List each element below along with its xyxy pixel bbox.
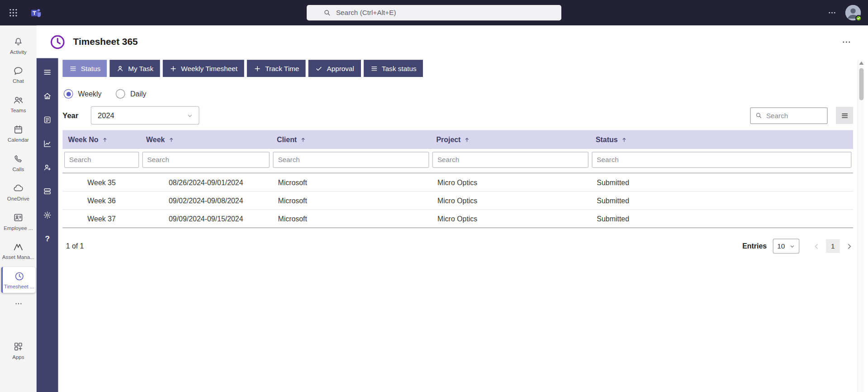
sort-asc-icon <box>300 137 306 143</box>
sidebar-item-calls[interactable]: Calls <box>1 149 35 175</box>
cell-week-no: Week 36 <box>62 196 141 205</box>
cell-status: Submitted <box>590 215 853 223</box>
sidebar-item-onedrive[interactable]: OneDrive <box>1 179 35 205</box>
radio-weekly[interactable]: Weekly <box>64 89 102 99</box>
home-icon[interactable] <box>39 86 56 105</box>
sidebar-item-chat[interactable]: Chat <box>1 62 35 87</box>
cell-week: 08/26/2024-09/01/2024 <box>141 178 271 186</box>
teams-topbar <box>0 0 868 25</box>
timesheet-table: Week No Week Client <box>62 130 853 228</box>
sidebar-item-label: Chat <box>13 78 24 84</box>
person-add-icon[interactable] <box>39 158 56 177</box>
topbar-actions <box>828 5 868 20</box>
sidebar-item-activity[interactable]: Activity <box>1 32 35 58</box>
tab-weekly-timesheet[interactable]: Weekly Timesheet <box>163 60 244 77</box>
filter-status-input[interactable] <box>592 152 851 167</box>
journal-icon[interactable] <box>39 110 56 129</box>
avatar[interactable] <box>845 5 861 20</box>
radio-label: Daily <box>130 90 146 98</box>
calendar-icon <box>13 124 24 134</box>
tab-approval[interactable]: Approval <box>308 60 360 77</box>
filter-project-input[interactable] <box>432 152 588 167</box>
tab-status[interactable]: Status <box>62 60 107 77</box>
sidebar-item-label: Apps <box>12 354 24 359</box>
cell-project: Micro Optics <box>431 215 590 223</box>
table-filter-row <box>62 149 853 173</box>
column-header-project[interactable]: Project <box>431 130 590 149</box>
clock-icon <box>14 271 24 282</box>
sidebar-item-asset-management[interactable]: Asset Mana... <box>1 238 35 263</box>
sidebar-item-teams[interactable]: Teams <box>1 91 35 117</box>
menu-icon[interactable] <box>39 62 56 81</box>
filter-week-input[interactable] <box>142 152 270 167</box>
app-launcher-icon[interactable] <box>0 0 27 25</box>
filter-week-no-input[interactable] <box>64 152 139 167</box>
topbar-more-icon[interactable] <box>828 8 837 17</box>
chart-icon[interactable] <box>39 134 56 153</box>
table-row[interactable]: Week 37 09/09/2024-09/15/2024 Microsoft … <box>62 210 853 228</box>
sort-asc-icon <box>464 137 470 143</box>
page-1-button[interactable]: 1 <box>826 239 840 253</box>
sidebar-item-label: Calendar <box>8 137 29 143</box>
entries-select[interactable]: 10 <box>773 239 800 253</box>
prev-page-icon[interactable] <box>813 242 821 250</box>
sidebar-item-employee-directory[interactable]: Employee ... <box>1 208 35 234</box>
tab-label: My Task <box>128 65 153 72</box>
entries-select-value: 10 <box>777 242 785 250</box>
tab-track-time[interactable]: Track Time <box>247 60 306 77</box>
column-header-client[interactable]: Client <box>271 130 431 149</box>
teams-app-rail: Activity Chat Teams <box>0 25 37 392</box>
sidebar-item-timesheet[interactable]: Timesheet ... <box>1 267 35 293</box>
teams-logo-icon[interactable] <box>27 0 46 25</box>
column-header-week[interactable]: Week <box>141 130 271 149</box>
table-row[interactable]: Week 35 08/26/2024-09/01/2024 Microsoft … <box>62 173 853 191</box>
table-footer: 1 of 1 Entries 10 1 <box>62 239 853 253</box>
sidebar-item-label: Employee ... <box>4 225 33 230</box>
year-select[interactable]: 2024 <box>90 106 199 124</box>
sort-asc-icon <box>168 137 174 143</box>
employee-badge-icon <box>13 212 24 223</box>
sidebar-item-label: OneDrive <box>7 195 29 201</box>
year-select-value: 2024 <box>98 111 114 120</box>
cell-project: Micro Optics <box>431 178 590 186</box>
table-body: Week 35 08/26/2024-09/01/2024 Microsoft … <box>62 173 853 228</box>
sidebar-item-calendar[interactable]: Calendar <box>1 120 35 146</box>
filter-client-input[interactable] <box>273 152 429 167</box>
tab-my-task[interactable]: My Task <box>110 60 160 77</box>
sidebar-item-label: Timesheet ... <box>4 283 34 289</box>
table-header-row: Week No Week Client <box>62 130 853 149</box>
cards-icon[interactable] <box>39 182 56 201</box>
cell-client: Microsoft <box>271 178 431 186</box>
global-search-input[interactable] <box>336 9 561 17</box>
sidebar-item-apps[interactable]: Apps <box>1 337 35 363</box>
scrollbar-thumb[interactable] <box>859 68 863 100</box>
help-icon[interactable] <box>39 229 56 248</box>
column-header-status[interactable]: Status <box>590 130 853 149</box>
vertical-scrollbar[interactable] <box>858 60 864 392</box>
chevron-down-icon <box>186 112 193 119</box>
global-search[interactable] <box>307 5 561 20</box>
scroll-up-icon[interactable] <box>859 62 863 65</box>
filter-row: Year 2024 <box>62 106 853 124</box>
column-header-week-no[interactable]: Week No <box>62 130 141 149</box>
rail-more-icon[interactable] <box>1 298 35 309</box>
mountain-logo-icon <box>13 241 24 252</box>
phone-icon <box>13 153 24 164</box>
cell-project: Micro Optics <box>431 196 590 205</box>
tab-task-status[interactable]: Task status <box>364 60 423 77</box>
timesheet365-logo-icon <box>49 33 66 50</box>
cell-status: Submitted <box>590 196 853 205</box>
list-view-button[interactable] <box>836 107 853 124</box>
entries-label: Entries <box>742 242 767 250</box>
app-more-icon[interactable] <box>841 37 851 47</box>
presence-available-icon <box>855 15 862 22</box>
tab-label: Approval <box>327 65 354 72</box>
table-search[interactable] <box>750 107 827 124</box>
gear-icon[interactable] <box>39 206 56 225</box>
sidebar-item-label: Calls <box>12 166 24 172</box>
next-page-icon[interactable] <box>845 242 853 250</box>
radio-daily[interactable]: Daily <box>116 89 146 99</box>
table-search-input[interactable] <box>766 111 823 119</box>
table-row[interactable]: Week 36 09/02/2024-09/08/2024 Microsoft … <box>62 191 853 210</box>
timesheet-app: Timesheet 365 <box>37 25 868 392</box>
